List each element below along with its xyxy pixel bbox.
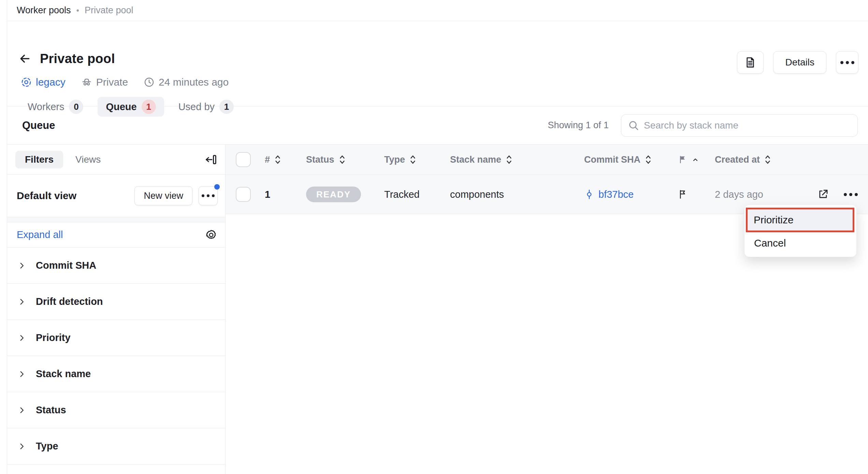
details-button[interactable]: Details	[773, 51, 826, 74]
column-header-commit-sha[interactable]: Commit SHA	[584, 154, 678, 165]
column-header-number[interactable]: #	[265, 154, 306, 165]
filter-settings-button[interactable]	[205, 229, 217, 241]
search-icon	[628, 120, 639, 131]
chevron-right-icon	[17, 442, 26, 451]
sort-icon	[274, 155, 281, 164]
chevron-right-icon	[17, 297, 26, 306]
ellipsis-icon	[202, 194, 215, 197]
view-more-button[interactable]	[199, 186, 218, 205]
filter-group-stack-name[interactable]: Stack name	[7, 356, 225, 392]
breadcrumb-separator: •	[76, 6, 79, 15]
breadcrumb-current: Private pool	[85, 5, 133, 16]
run-number: 1	[265, 189, 270, 200]
row-more-button[interactable]	[844, 193, 858, 196]
search-box[interactable]	[621, 114, 858, 137]
sort-ascending-icon	[691, 155, 699, 164]
chevron-right-icon	[17, 334, 26, 342]
filter-group-drift-detection[interactable]: Drift detection	[7, 284, 225, 320]
column-header-type[interactable]: Type	[384, 154, 450, 165]
workers-count-badge: 0	[69, 100, 83, 114]
sort-icon	[505, 155, 513, 164]
created-at: 2 days ago	[715, 189, 763, 200]
filter-group-priority[interactable]: Priority	[7, 320, 225, 356]
queue-count-badge: 1	[142, 100, 156, 114]
arrow-left-icon	[18, 52, 32, 65]
page-title: Private pool	[40, 51, 115, 66]
default-view-label: Default view	[17, 190, 76, 202]
tab-views[interactable]: Views	[75, 154, 101, 165]
ellipsis-icon	[844, 193, 858, 196]
open-run-button[interactable]	[817, 189, 829, 200]
status-badge: READY	[306, 187, 361, 202]
column-header-stack-name[interactable]: Stack name	[450, 154, 584, 165]
collapse-sidebar-button[interactable]	[205, 153, 217, 166]
tab-filters[interactable]: Filters	[15, 151, 63, 168]
stack-name: components	[450, 189, 504, 200]
column-header-priority-flag[interactable]	[678, 155, 715, 164]
tab-used-by[interactable]: Used by 1	[170, 97, 242, 117]
sort-icon	[338, 155, 346, 164]
search-input[interactable]	[644, 120, 851, 131]
sort-icon	[409, 155, 417, 164]
tab-queue[interactable]: Queue 1	[98, 97, 164, 117]
docs-button[interactable]	[737, 51, 764, 74]
filter-group-type[interactable]: Type	[7, 428, 225, 464]
notification-dot	[214, 184, 220, 190]
pool-tabs: Workers 0 Queue 1 Used by 1	[19, 97, 242, 117]
queue-table: # Status Type Stack name Commit SHA	[226, 145, 868, 474]
document-icon	[744, 57, 756, 68]
updated-time: 24 minutes ago	[144, 76, 229, 88]
select-all-checkbox[interactable]	[236, 152, 251, 167]
run-type: Tracked	[384, 189, 420, 200]
back-button[interactable]	[17, 51, 32, 66]
sidebar-divider	[7, 217, 225, 222]
pool-header: Private pool legacy Private 24 minutes a…	[7, 21, 868, 106]
breadcrumb-root-link[interactable]: Worker pools	[17, 5, 71, 16]
section-heading: Queue	[22, 119, 55, 132]
breadcrumb: Worker pools • Private pool	[7, 0, 868, 21]
chevron-right-icon	[17, 370, 26, 379]
sort-icon	[645, 155, 652, 164]
git-commit-icon	[584, 189, 594, 199]
tab-workers[interactable]: Workers 0	[19, 97, 91, 117]
default-view-row: Default view New view	[7, 175, 225, 217]
private-icon	[81, 77, 92, 88]
pool-more-button[interactable]	[836, 51, 858, 74]
page: Worker pools • Private pool Private pool…	[7, 0, 868, 474]
external-link-icon	[817, 189, 829, 200]
chevron-right-icon	[17, 406, 26, 415]
column-header-status[interactable]: Status	[306, 154, 384, 165]
commit-cell: bf37bce	[584, 189, 678, 200]
ellipsis-icon	[840, 61, 854, 64]
new-view-button[interactable]: New view	[134, 186, 192, 205]
clock-icon	[144, 77, 155, 88]
flag-icon	[678, 155, 687, 164]
chevron-right-icon	[17, 261, 26, 270]
showing-count: Showing 1 of 1	[548, 120, 609, 131]
table-header-row: # Status Type Stack name Commit SHA	[226, 145, 868, 175]
filter-group-commit-sha[interactable]: Commit SHA	[7, 248, 225, 284]
column-header-created-at[interactable]: Created at	[715, 154, 816, 165]
collapse-panel-icon	[205, 153, 217, 166]
menu-item-cancel[interactable]: Cancel	[746, 232, 855, 254]
space-link[interactable]: legacy	[21, 76, 66, 88]
gear-icon	[205, 229, 217, 241]
row-actions-menu: Prioritize Cancel	[744, 205, 857, 257]
sort-icon	[764, 155, 771, 164]
commit-link[interactable]: bf37bce	[598, 189, 634, 200]
expand-all-link[interactable]: Expand all	[17, 229, 63, 240]
used-by-count-badge: 1	[219, 100, 234, 114]
priority-flag-icon	[678, 189, 688, 199]
menu-item-prioritize[interactable]: Prioritize	[746, 208, 854, 232]
filter-group-status[interactable]: Status	[7, 392, 225, 428]
filters-sidebar: Filters Views Default view New view	[7, 145, 226, 474]
space-icon	[21, 77, 32, 88]
visibility-label: Private	[81, 76, 128, 88]
row-checkbox[interactable]	[236, 187, 251, 202]
